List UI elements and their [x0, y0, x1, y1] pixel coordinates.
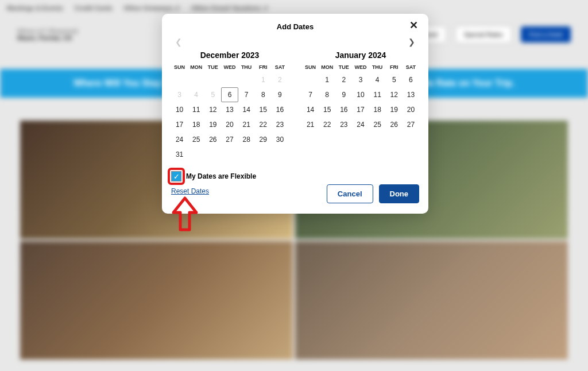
calendar-day[interactable]: 20: [221, 117, 238, 132]
calendar-day[interactable]: 5: [386, 72, 403, 87]
calendar-day[interactable]: 26: [386, 117, 403, 132]
rates-pill[interactable]: Special Rates: [455, 26, 512, 43]
calendar-day[interactable]: 17: [171, 117, 188, 132]
day-of-week-label: MON: [319, 64, 335, 70]
calendar-day[interactable]: 10: [352, 87, 369, 102]
calendar-day[interactable]: 6: [221, 87, 238, 102]
calendar-day[interactable]: 14: [238, 102, 255, 117]
calendar-day[interactable]: 8: [319, 87, 335, 102]
calendar-day[interactable]: 15: [255, 102, 272, 117]
calendar-day[interactable]: 13: [221, 102, 238, 117]
calendar-day[interactable]: 8: [255, 87, 272, 102]
calendar-day[interactable]: 12: [386, 87, 403, 102]
calendar-day[interactable]: 30: [272, 132, 288, 147]
calendar-day[interactable]: 21: [238, 117, 255, 132]
calendar-day[interactable]: 25: [188, 132, 204, 147]
calendar-day[interactable]: 20: [403, 102, 419, 117]
calendar-day[interactable]: 11: [188, 102, 204, 117]
calendar-day[interactable]: 23: [335, 117, 352, 132]
chevron-left-icon[interactable]: ❮: [173, 37, 184, 47]
day-of-week-label: WED: [221, 64, 238, 70]
calendar-day[interactable]: 22: [319, 117, 335, 132]
calendar-day[interactable]: 13: [403, 87, 419, 102]
calendar-day: 2: [272, 72, 288, 87]
calendar-day[interactable]: 7: [302, 87, 319, 102]
calendar-day[interactable]: 7: [238, 87, 255, 102]
nav-link[interactable]: Credit Cards: [75, 5, 113, 13]
calendar-day[interactable]: 29: [255, 132, 272, 147]
calendar-day[interactable]: 18: [188, 117, 204, 132]
chevron-right-icon[interactable]: ❯: [407, 37, 417, 47]
calendar-day[interactable]: 12: [204, 102, 221, 117]
calendar-day[interactable]: 17: [352, 102, 369, 117]
calendar-day[interactable]: 19: [386, 102, 403, 117]
calendar-title: January 2024: [302, 51, 419, 60]
calendar-day[interactable]: 22: [255, 117, 272, 132]
cancel-button[interactable]: Cancel: [327, 184, 373, 203]
calendar-day: 1: [255, 72, 272, 87]
calendar-day[interactable]: 15: [319, 102, 335, 117]
calendar-day[interactable]: 1: [319, 72, 335, 87]
calendar-day[interactable]: 23: [272, 117, 288, 132]
day-of-week-label: SUN: [302, 64, 319, 70]
nav-link[interactable]: Hilton Grand Vacations ⇗: [191, 5, 268, 13]
calendar-month: December 2023SUNMONTUEWEDTHUFRISAT123456…: [171, 51, 288, 162]
reset-dates-link[interactable]: Reset Dates: [171, 187, 209, 195]
day-of-week-label: THU: [369, 64, 386, 70]
nav-link[interactable]: Hilton Getaways ⇗: [124, 5, 180, 13]
day-of-week-label: FRI: [386, 64, 403, 70]
calendar-day: 3: [171, 87, 188, 102]
done-button[interactable]: Done: [379, 184, 420, 203]
calendar-title: December 2023: [171, 51, 288, 60]
calendar-day[interactable]: 16: [335, 102, 352, 117]
calendar-day[interactable]: 24: [171, 132, 188, 147]
calendar-day[interactable]: 21: [302, 117, 319, 132]
calendar-day[interactable]: 27: [221, 132, 238, 147]
calendar-month: January 2024SUNMONTUEWEDTHUFRISAT1234567…: [302, 51, 419, 162]
day-of-week-label: WED: [352, 64, 369, 70]
calendar-day[interactable]: 18: [369, 102, 386, 117]
day-of-week-label: THU: [238, 64, 255, 70]
calendar-day[interactable]: 3: [352, 72, 369, 87]
close-icon[interactable]: ✕: [408, 20, 419, 31]
calendar-day[interactable]: 24: [352, 117, 369, 132]
flexible-dates-label: My Dates are Flexible: [186, 172, 256, 180]
modal-title: Add Dates: [277, 22, 314, 31]
calendar-day[interactable]: 9: [272, 87, 288, 102]
day-of-week-label: TUE: [335, 64, 352, 70]
day-of-week-label: SAT: [403, 64, 419, 70]
calendar-day: 5: [204, 87, 221, 102]
calendar-day[interactable]: 16: [272, 102, 288, 117]
calendar-day[interactable]: 27: [403, 117, 419, 132]
calendar-day[interactable]: 28: [238, 132, 255, 147]
day-of-week-label: SAT: [272, 64, 288, 70]
day-of-week-label: TUE: [204, 64, 221, 70]
flexible-dates-checkbox[interactable]: ✓: [171, 171, 181, 181]
calendar-day[interactable]: 25: [369, 117, 386, 132]
calendar-day[interactable]: 9: [335, 87, 352, 102]
day-of-week-label: SUN: [171, 64, 188, 70]
nav-link[interactable]: Meetings & Events: [7, 5, 63, 13]
calendar-day[interactable]: 31: [171, 147, 188, 162]
calendar-day[interactable]: 10: [171, 102, 188, 117]
calendar-day[interactable]: 14: [302, 102, 319, 117]
calendar-day[interactable]: 19: [204, 117, 221, 132]
day-of-week-label: MON: [188, 64, 204, 70]
calendar-day: 4: [188, 87, 204, 102]
calendar-day[interactable]: 11: [369, 87, 386, 102]
calendar-day[interactable]: 26: [204, 132, 221, 147]
add-dates-modal: Add Dates ✕ ❮ ❯ December 2023SUNMONTUEWE…: [162, 14, 428, 214]
day-of-week-label: FRI: [255, 64, 272, 70]
calendar-day[interactable]: 6: [403, 72, 419, 87]
calendar-day[interactable]: 4: [369, 72, 386, 87]
calendar-day[interactable]: 2: [335, 72, 352, 87]
find-hotel-button[interactable]: Find a Hotel: [521, 26, 571, 42]
